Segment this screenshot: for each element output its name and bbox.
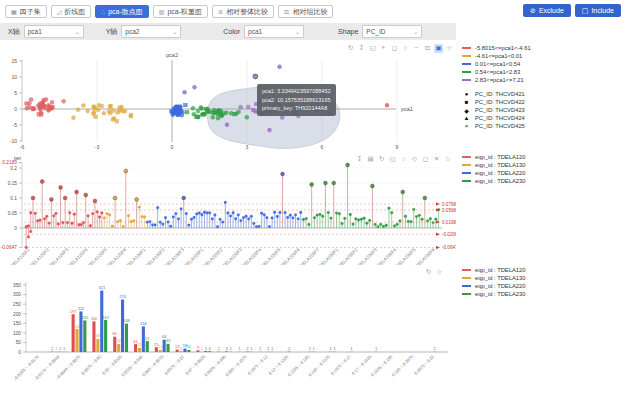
box-select-icon[interactable]: ◻ [421,155,430,164]
scatter-point[interactable] [102,111,106,115]
lollipop-point[interactable] [135,198,139,202]
lollipop-point[interactable] [346,163,350,167]
lollipop-point[interactable] [319,213,322,216]
lollipop-point[interactable] [73,213,76,216]
legend-item[interactable]: ●PC_ID: THCVD421 [462,90,624,98]
scatter-point[interactable] [191,106,195,110]
lollipop-point[interactable] [289,214,292,217]
lollipop-point[interactable] [122,225,125,228]
lollipop-point[interactable] [162,223,165,226]
bar[interactable] [180,351,183,352]
scatter-point[interactable] [31,106,35,110]
lollipop-point[interactable] [349,213,352,216]
scatter-point[interactable] [196,115,200,119]
lollipop-point[interactable] [255,225,258,228]
lollipop-point[interactable] [299,211,302,214]
legend-item[interactable]: eqp_id : TDELA130 [462,161,624,169]
table-icon[interactable]: ▤ [366,155,375,164]
lollipop-point[interactable] [190,218,193,221]
bar[interactable] [225,351,228,352]
pca-scatter-chart[interactable]: 151050-5-10-6-30369pca2pca1 [0,42,456,152]
lollipop-point[interactable] [388,207,391,210]
legend-item[interactable]: 0.54<=pca1<2.83 [462,68,624,76]
lollipop-point[interactable] [151,223,154,226]
lollipop-point[interactable] [341,222,344,225]
lollipop-point[interactable] [266,216,269,219]
scatter-point[interactable] [268,128,272,132]
lollipop-point[interactable] [130,220,133,223]
lollipop-point[interactable] [268,225,271,228]
bar[interactable] [76,329,79,352]
scatter-point[interactable] [245,115,249,119]
lollipop-point[interactable] [84,193,88,197]
scatter-point[interactable] [62,99,66,103]
refresh-icon[interactable]: ↻ [424,268,433,277]
lollipop-point[interactable] [103,216,106,219]
shape-select[interactable]: PC_ID ⌄ [362,25,422,38]
scatter-point[interactable] [211,111,215,115]
lollipop-point[interactable] [27,236,30,239]
legend-item[interactable]: ◆PC_ID: THCVD423 [462,106,624,114]
lollipop-point[interactable] [219,218,222,221]
lollipop-point[interactable] [149,220,152,223]
lollipop-point[interactable] [61,221,64,224]
zoom-out-icon[interactable]: − [412,44,421,53]
bar[interactable] [176,350,179,352]
lollipop-point[interactable] [404,215,407,218]
lollipop-point[interactable] [124,169,128,173]
legend-item[interactable]: 2.83<=pca1<=7.21 [462,76,624,84]
cut-icon[interactable]: ✕ [432,155,441,164]
legend-item[interactable]: eqp_id : TDELA120 [462,153,624,161]
fullscreen-icon[interactable]: ◱ [388,155,397,164]
lollipop-point[interactable] [177,218,180,221]
lollipop-point[interactable] [240,219,243,222]
scatter-point[interactable] [278,65,282,69]
scatter-point[interactable] [185,110,189,114]
lollipop-point[interactable] [316,214,319,217]
lollipop-point[interactable] [82,221,85,224]
legend-item[interactable]: eqp_id : TDELA230 [462,290,624,298]
lollipop-point[interactable] [429,217,432,220]
lollipop-point[interactable] [87,214,90,217]
lollipop-point[interactable] [59,186,63,190]
lollipop-point[interactable] [423,196,427,200]
scatter-point[interactable] [201,112,205,116]
lollipop-point[interactable] [29,211,32,214]
bar[interactable] [204,351,207,352]
scatter-point[interactable] [120,105,124,109]
lollipop-point[interactable] [382,225,385,228]
lollipop-point[interactable] [154,223,157,226]
legend-item[interactable]: -4.61<=pca1<0.01 [462,52,624,60]
bar[interactable] [159,350,162,352]
bar[interactable] [146,341,149,352]
lollipop-point[interactable] [297,217,300,220]
lollipop-point[interactable] [302,218,305,221]
scatter-point[interactable] [129,114,133,118]
lollipop-point[interactable] [106,212,109,215]
lollipop-point[interactable] [198,212,201,215]
scatter-point[interactable] [280,115,284,119]
lollipop-point[interactable] [335,212,338,215]
bar[interactable] [125,324,128,352]
lollipop-point[interactable] [52,214,55,217]
bar[interactable] [138,348,141,352]
scatter-point[interactable] [108,111,112,115]
lollipop-point[interactable] [421,218,424,221]
lollipop-point[interactable] [113,196,117,200]
bar[interactable] [83,320,86,352]
download-icon[interactable]: ↧ [357,44,366,53]
lollipop-point[interactable] [63,196,67,200]
lollipop-point[interactable] [273,211,276,214]
lollipop-point[interactable] [66,221,69,224]
lollipop-point[interactable] [96,210,99,213]
include-button[interactable]: ▢ Include [575,4,621,17]
lollipop-point[interactable] [39,219,42,222]
scatter-point[interactable] [27,105,31,109]
lollipop-point[interactable] [352,223,355,226]
lollipop-point[interactable] [281,172,285,176]
lollipop-point[interactable] [432,221,435,224]
per-lollipop-chart[interactable]: 0.21830.20.150.10.050-0.0647per0.07980.0… [0,152,456,265]
lollipop-point[interactable] [284,211,287,214]
histogram-bar-chart[interactable]: 050100150200250300350-0.0299 ~ -0.017421… [0,268,460,392]
lollipop-point[interactable] [156,206,159,209]
